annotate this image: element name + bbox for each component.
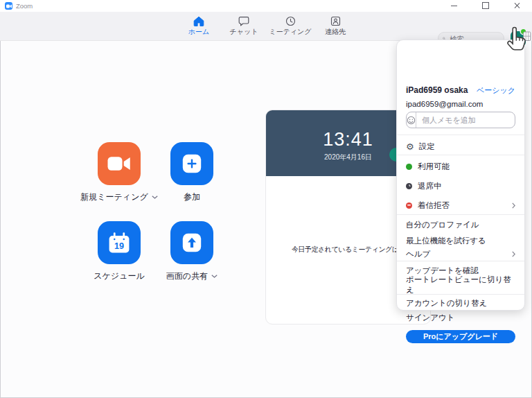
share-screen-label: 画面の共有	[133, 270, 251, 282]
menu-divider	[397, 294, 524, 295]
plus-icon	[182, 154, 202, 173]
calendar-day-number: 19	[114, 241, 124, 251]
tab-meetings[interactable]: ミーティング	[266, 15, 314, 37]
clock-time: 13:41	[323, 130, 373, 149]
status-do-not-disturb[interactable]: 着信拒否	[406, 198, 515, 212]
profile-email: ipad6959@gmail.com	[406, 97, 515, 111]
clock-date: 2020年4月16日	[324, 153, 372, 162]
menu-item-sign-out[interactable]: サインアウト	[406, 311, 515, 325]
video-camera-icon	[107, 155, 132, 173]
tab-contacts-label: 連絡先	[311, 27, 360, 37]
menu-item-switch-account[interactable]: アカウントの切り替え	[406, 296, 515, 310]
menu-item-settings[interactable]: ⚙ 設定	[406, 139, 515, 153]
status-available[interactable]: 利用可能	[406, 159, 515, 173]
tab-chat[interactable]: チャット	[220, 15, 268, 37]
personal-note-input[interactable]	[416, 116, 515, 124]
tab-meetings-label: ミーティング	[266, 27, 314, 37]
profile-name: iPad6959 osaka	[406, 85, 468, 95]
chat-icon	[220, 15, 268, 26]
maximize-icon	[482, 2, 489, 9]
navbar: ホーム チャット ミーティング 連絡先 p	[0, 12, 532, 41]
join-label: 参加	[133, 191, 251, 203]
home-icon	[175, 15, 223, 26]
chevron-right-icon	[512, 251, 515, 257]
grid-icon	[523, 31, 531, 42]
minimize-button[interactable]	[447, 0, 461, 11]
window-title: Zoom	[16, 2, 33, 10]
menu-divider	[397, 214, 524, 215]
calendar-icon: 19	[107, 230, 132, 255]
emoji-smiley-icon[interactable]	[407, 112, 416, 128]
status-away[interactable]: 退席中	[406, 179, 515, 193]
do-not-disturb-icon	[406, 202, 412, 209]
menu-item-help[interactable]: ヘルプ	[406, 247, 515, 261]
share-up-arrow-icon	[182, 233, 202, 252]
close-icon	[513, 2, 520, 9]
zoom-logo-icon	[5, 2, 12, 10]
away-clock-icon	[406, 183, 412, 189]
tab-chat-label: チャット	[220, 27, 268, 37]
clock-icon	[266, 15, 314, 26]
maximize-button[interactable]	[479, 0, 493, 11]
available-dot-icon	[406, 164, 412, 170]
tab-contacts[interactable]: 連絡先	[311, 15, 360, 37]
plan-link[interactable]: ベーシック	[477, 85, 515, 96]
gear-icon: ⚙	[406, 142, 414, 151]
close-button[interactable]	[510, 0, 524, 11]
menu-divider	[397, 135, 524, 135]
contacts-icon	[311, 15, 360, 26]
join-button[interactable]	[170, 142, 213, 185]
profile-dropdown-menu: iPad6959 osaka ベーシック ipad6959@gmail.com …	[396, 40, 525, 311]
menu-divider	[397, 261, 524, 261]
menu-item-my-profile[interactable]: 自分のプロファイル	[406, 218, 515, 232]
schedule-button[interactable]: 19	[98, 221, 141, 264]
menu-item-try-top-features[interactable]: 最上位機能を試行する	[406, 234, 515, 248]
menu-item-portrait-view[interactable]: ポートレートビューに切り替え	[406, 278, 515, 292]
tab-home-label: ホーム	[175, 27, 223, 37]
personal-note-field[interactable]	[406, 112, 515, 128]
zoom-window: Zoom ホーム チャット ミーティング 連絡先	[0, 0, 532, 398]
minimize-icon	[451, 6, 457, 6]
menu-divider	[397, 155, 524, 155]
upgrade-to-pro-button[interactable]: Proにアップグレード	[406, 330, 515, 343]
new-meeting-button[interactable]	[98, 142, 141, 185]
tab-home[interactable]: ホーム	[175, 15, 223, 37]
chevron-down-icon[interactable]	[211, 275, 218, 278]
profile-header: iPad6959 osaka ベーシック	[406, 83, 515, 97]
titlebar: Zoom	[0, 0, 532, 12]
chevron-right-icon	[512, 202, 515, 209]
share-screen-button[interactable]	[170, 221, 213, 264]
